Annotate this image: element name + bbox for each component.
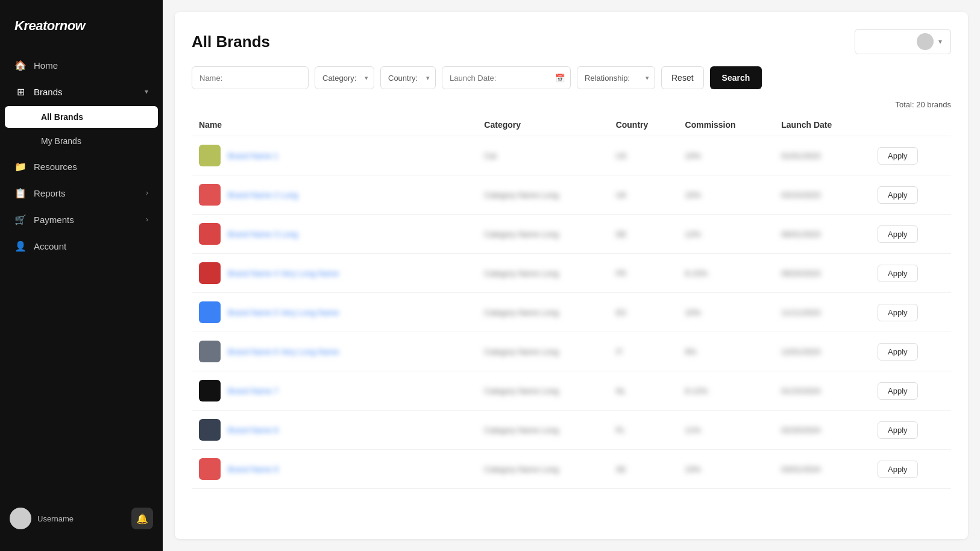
brand-logo	[199, 184, 221, 206]
brand-category: Category Name Long	[477, 293, 608, 332]
brand-action: Apply	[870, 136, 951, 175]
brand-cell: Brand Name 9	[199, 458, 470, 480]
username-label: Username	[37, 514, 125, 523]
brand-logo	[199, 341, 221, 362]
brand-commission: 8-12%	[678, 371, 774, 411]
apply-button[interactable]: Apply	[878, 225, 918, 243]
brand-name-link[interactable]: Brand Name 9	[228, 465, 278, 474]
relationship-filter-wrapper: Relationship: ▾	[577, 66, 655, 89]
brand-cell: Brand Name 6 Very Long Name	[199, 341, 470, 362]
sidebar-label-brands: Brands	[34, 87, 63, 97]
avatar	[10, 508, 31, 529]
brand-action: Apply	[870, 254, 951, 293]
brand-category: Category Name Long	[477, 332, 608, 371]
launch-date-filter-input[interactable]	[442, 66, 571, 89]
table-row: Brand Name 3 Long Category Name LongDE12…	[192, 215, 951, 254]
brand-action: Apply	[870, 215, 951, 254]
my-brands-label: My Brands	[41, 136, 81, 146]
brand-category: Category Name Long	[477, 254, 608, 293]
sidebar-item-home[interactable]: 🏠 Home	[0, 52, 163, 78]
page-title: All Brands	[192, 33, 270, 51]
brand-launch-date: 06/01/2023	[774, 215, 870, 254]
apply-button[interactable]: Apply	[878, 461, 918, 478]
name-filter-input[interactable]	[192, 66, 309, 89]
col-launch-date: Launch Date	[774, 114, 870, 136]
brand-action: Apply	[870, 371, 951, 411]
apply-button[interactable]: Apply	[878, 382, 918, 400]
brand-launch-date: 03/01/2024	[774, 450, 870, 489]
apply-button[interactable]: Apply	[878, 147, 918, 165]
apply-button[interactable]: Apply	[878, 343, 918, 361]
brand-logo	[199, 262, 221, 284]
brand-name-link[interactable]: Brand Name 7	[228, 386, 278, 395]
all-brands-label: All Brands	[41, 112, 83, 122]
brand-name-link[interactable]: Brand Name 6 Very Long Name	[228, 347, 339, 356]
sidebar-item-my-brands[interactable]: My Brands	[5, 130, 158, 152]
brand-name-link[interactable]: Brand Name 5 Very Long Name	[228, 308, 339, 317]
brand-commission: 8-15%	[678, 254, 774, 293]
panel-header: All Brands ▾	[192, 29, 951, 54]
country-filter-select[interactable]: Country:	[380, 66, 436, 89]
apply-button[interactable]: Apply	[878, 421, 918, 439]
reset-button[interactable]: Reset	[661, 66, 704, 89]
brand-launch-date: 09/20/2023	[774, 254, 870, 293]
brand-action: Apply	[870, 450, 951, 489]
brand-action: Apply	[870, 293, 951, 332]
brand-logo	[199, 419, 221, 441]
brand-commission: 10%	[678, 450, 774, 489]
brand-country: FR	[609, 254, 678, 293]
brand-logo	[199, 380, 221, 401]
brand-commission: 12%	[678, 215, 774, 254]
brand-country: DE	[609, 215, 678, 254]
header-chevron-icon: ▾	[938, 37, 942, 46]
notification-bell-button[interactable]: 🔔	[131, 508, 153, 529]
brand-name-link[interactable]: Brand Name 3 Long	[228, 230, 298, 239]
sidebar-item-payments[interactable]: 🛒 Payments ›	[0, 206, 163, 233]
brand-category: Category Name Long	[477, 215, 608, 254]
sidebar-item-brands[interactable]: ⊞ Brands ▾	[0, 78, 163, 105]
brand-action: Apply	[870, 411, 951, 450]
brand-name-link[interactable]: Brand Name 1	[228, 151, 278, 160]
apply-button[interactable]: Apply	[878, 304, 918, 321]
brand-cell: Brand Name 3 Long	[199, 223, 470, 245]
sidebar-item-resources[interactable]: 📁 Resources	[0, 153, 163, 180]
brand-cell: Brand Name 7	[199, 380, 470, 401]
chevron-right-icon-payments: ›	[146, 215, 148, 224]
brand-launch-date: 03/15/2023	[774, 175, 870, 215]
apply-button[interactable]: Apply	[878, 186, 918, 204]
brand-country: SE	[609, 450, 678, 489]
search-button[interactable]: Search	[710, 66, 762, 89]
relationship-filter-select[interactable]: Relationship:	[577, 66, 655, 89]
chevron-right-icon: ›	[146, 189, 148, 197]
brand-name-link[interactable]: Brand Name 4 Very Long Name	[228, 269, 339, 278]
brand-category: Category Name Long	[477, 371, 608, 411]
account-icon: 👤	[14, 240, 27, 252]
brands-table-wrapper[interactable]: Name Category Country Commission Launch …	[192, 114, 951, 539]
category-filter-select[interactable]: Category:	[315, 66, 374, 89]
brand-action: Apply	[870, 175, 951, 215]
sidebar-item-all-brands[interactable]: All Brands	[5, 106, 158, 128]
apply-button[interactable]: Apply	[878, 265, 918, 282]
sidebar-item-account[interactable]: 👤 Account	[0, 233, 163, 259]
sidebar-label-payments: Payments	[34, 215, 74, 225]
brand-country: UK	[609, 175, 678, 215]
brand-commission: 9%	[678, 332, 774, 371]
brand-category: Category Name Long	[477, 411, 608, 450]
sidebar-item-reports[interactable]: 📋 Reports ›	[0, 180, 163, 206]
brand-name-link[interactable]: Brand Name 8	[228, 426, 278, 435]
brand-cell: Brand Name 5 Very Long Name	[199, 301, 470, 323]
brand-country: ES	[609, 293, 678, 332]
main-content: All Brands ▾ Category: ▾ Country: ▾	[163, 0, 980, 551]
sidebar: Kreatornow 🏠 Home ⊞ Brands ▾ All Brands …	[0, 0, 163, 551]
brand-commission: 10%	[678, 136, 774, 175]
brand-logo	[199, 223, 221, 245]
brand-launch-date: 01/15/2024	[774, 371, 870, 411]
user-menu-button[interactable]: ▾	[855, 29, 951, 54]
brand-country: IT	[609, 332, 678, 371]
table-row: Brand Name 1 CatUS10%01/01/2023Apply	[192, 136, 951, 175]
payments-icon: 🛒	[14, 213, 27, 225]
app-logo: Kreatornow	[0, 12, 163, 52]
brand-launch-date: 11/11/2023	[774, 293, 870, 332]
brand-name-link[interactable]: Brand Name 2 Long	[228, 190, 298, 200]
brand-category: Category Name Long	[477, 175, 608, 215]
